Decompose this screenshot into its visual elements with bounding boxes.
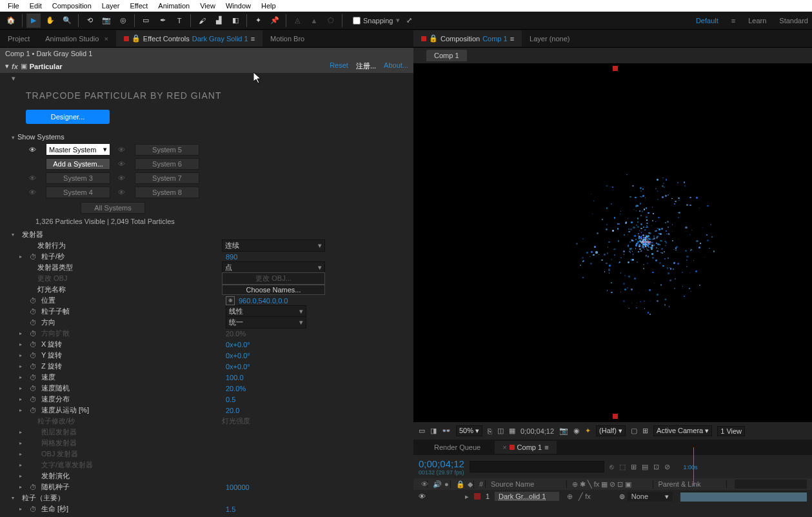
prop-value[interactable]: 20.0% <box>226 385 246 392</box>
brush-tool-icon[interactable]: 🖌 <box>195 14 209 28</box>
tl-icon[interactable]: ⊡ <box>653 463 659 471</box>
eye-icon[interactable]: 👁 <box>29 146 38 154</box>
direction-dropdown[interactable]: 统一▾ <box>226 316 306 329</box>
eye-icon[interactable]: 👁 <box>118 188 127 196</box>
eye-icon[interactable]: 👁 <box>29 174 38 182</box>
safe-zones-icon[interactable]: ▦ <box>509 427 515 435</box>
toggle-transparency-icon[interactable]: ◨ <box>430 427 437 435</box>
tl-icon[interactable]: ▤ <box>642 463 648 471</box>
eye-column-icon[interactable]: 👁 <box>419 480 428 488</box>
layer-switches[interactable]: ⊕ ╱ fx <box>567 492 591 501</box>
twirl-right-icon[interactable]: ▸ <box>19 484 26 490</box>
camera-dropdown[interactable]: Active Camera ▾ <box>653 425 712 436</box>
particle-header[interactable]: 粒子（主要） <box>22 493 203 503</box>
lock-icon[interactable]: 🔒 <box>429 34 438 43</box>
choose-names-button[interactable]: Choose Names... <box>222 285 325 295</box>
twirl-right-icon[interactable]: ▸ <box>19 341 26 347</box>
layer-label-color[interactable] <box>474 493 480 500</box>
playhead[interactable] <box>693 447 694 486</box>
selection-tool-icon[interactable]: ▶ <box>26 14 41 28</box>
system-4-button[interactable]: System 4 <box>46 187 110 198</box>
region-icon[interactable]: ▢ <box>631 427 637 435</box>
full-res-icon[interactable]: ⎘ <box>488 427 492 435</box>
menu-animation[interactable]: Animation <box>153 1 195 11</box>
close-icon[interactable]: × <box>104 35 108 43</box>
tab-composition[interactable]: 🔒 Composition Comp 1 ≡ <box>413 30 522 46</box>
designer-button[interactable]: Designer... <box>26 110 110 124</box>
menu-layer[interactable]: Layer <box>97 1 125 11</box>
menu-file[interactable]: File <box>3 1 25 11</box>
layer-bar[interactable] <box>680 492 807 502</box>
effect-name[interactable]: Particular <box>30 63 63 70</box>
tab-render-queue[interactable]: Render Queue <box>426 441 488 454</box>
menu-help[interactable]: Help <box>256 1 281 11</box>
twirl-down-icon[interactable]: ▾ <box>12 495 18 501</box>
chevron-down-icon[interactable]: ▾ <box>396 16 400 25</box>
stopwatch-icon[interactable]: ⏱ <box>30 385 37 392</box>
resolution-dropdown[interactable]: (Half) ▾ <box>596 425 626 436</box>
twirl-right-icon[interactable]: ▸ <box>19 407 26 413</box>
prop-value[interactable]: 0.5 <box>226 396 235 403</box>
twirl-right-icon[interactable]: ▸ <box>19 374 26 380</box>
magnify-icon[interactable]: ▭ <box>419 427 425 435</box>
panel-menu-icon[interactable]: ≡ <box>510 35 514 43</box>
tl-icon[interactable]: ⊘ <box>664 463 670 471</box>
system-5-button[interactable]: System 5 <box>135 144 199 156</box>
menu-edit[interactable]: Edit <box>25 1 47 11</box>
chevron-down-icon[interactable]: ▾ <box>103 145 107 154</box>
lock-column-icon[interactable]: 🔒 <box>453 480 462 489</box>
label-column-icon[interactable]: ◆ <box>465 480 474 489</box>
grid-icon[interactable]: ⊞ <box>642 427 648 435</box>
stopwatch-icon[interactable]: ⏱ <box>30 352 37 360</box>
parent-column[interactable]: Parent & Link <box>656 480 727 488</box>
fx-badge-icon[interactable]: fx <box>12 63 18 70</box>
eye-icon[interactable]: 👁 <box>419 492 428 500</box>
tab-motion-bro[interactable]: Motion Bro <box>262 31 312 46</box>
stopwatch-icon[interactable]: ⏱ <box>30 253 37 261</box>
emitter-header[interactable]: 发射器 <box>22 230 203 239</box>
about-link[interactable]: About... <box>384 61 408 71</box>
prop-value[interactable]: 960.0,540.0,0.0 <box>239 297 288 305</box>
system-6-button[interactable]: System 6 <box>135 158 199 170</box>
twirl-right-icon[interactable]: ▸ <box>19 363 26 369</box>
color-mgmt-icon[interactable]: ✦ <box>585 427 591 435</box>
comp-tab[interactable]: Comp 1 <box>426 50 467 61</box>
stopwatch-icon[interactable]: ⏱ <box>30 483 37 491</box>
menu-view[interactable]: View <box>195 1 221 11</box>
snapping-toggle[interactable]: Snapping ▾ <box>353 16 400 25</box>
prop-value[interactable]: 0x+0.0° <box>226 341 250 349</box>
source-name-column[interactable]: Source Name <box>488 480 567 488</box>
prop-value[interactable]: 0x+0.0° <box>226 363 250 370</box>
twirl-down-icon[interactable]: ▾ <box>5 62 9 70</box>
tab-project[interactable]: Project <box>0 31 37 46</box>
tab-animation-studio[interactable]: Animation Studio× <box>37 31 116 46</box>
menu-composition[interactable]: Composition <box>47 1 97 11</box>
roto-tool-icon[interactable]: ✦ <box>251 14 265 28</box>
stopwatch-icon[interactable]: ⏱ <box>30 341 37 349</box>
close-icon[interactable]: × <box>502 443 506 451</box>
orbit-tool-icon[interactable]: ⟲ <box>83 14 97 28</box>
eye-icon[interactable]: 👁 <box>118 160 127 168</box>
puppet-tool-icon[interactable]: 📌 <box>268 14 282 28</box>
stopwatch-icon[interactable]: ⏱ <box>30 407 37 414</box>
stopwatch-icon[interactable]: ⏱ <box>30 505 37 513</box>
tab-layer[interactable]: Layer (none) <box>522 31 577 46</box>
eye-icon[interactable]: 👁 <box>118 174 127 182</box>
tl-icon[interactable]: ⬚ <box>619 463 626 471</box>
tab-timeline-comp[interactable]: ×Comp 1≡ <box>495 441 556 454</box>
stopwatch-icon[interactable]: ⏱ <box>30 297 37 305</box>
timeline-current-time[interactable]: 0;00;04;12 <box>419 458 464 469</box>
panel-menu-icon[interactable]: ≡ <box>544 443 548 451</box>
composition-viewer[interactable] <box>413 63 812 421</box>
twirl-right-icon[interactable]: ▸ <box>19 506 26 512</box>
twirl-right-icon[interactable]: ▸ <box>19 254 26 259</box>
timeline-search-input[interactable] <box>470 461 605 472</box>
prop-value[interactable]: 890 <box>226 253 237 261</box>
show-channel-icon[interactable]: ◉ <box>573 427 580 435</box>
emit-behaviour-dropdown[interactable]: 连续▾ <box>222 239 325 252</box>
timecode[interactable]: 0;00;04;12 <box>520 427 554 435</box>
tab-effect-controls[interactable]: 🔒 Effect Controls Dark Gray Solid 1 ≡ <box>116 30 262 46</box>
parent-dropdown[interactable]: None▾ <box>628 492 673 502</box>
twirl-right-icon[interactable]: ▸ <box>19 473 26 479</box>
zoom-dropdown[interactable]: 50% ▾ <box>456 425 482 436</box>
